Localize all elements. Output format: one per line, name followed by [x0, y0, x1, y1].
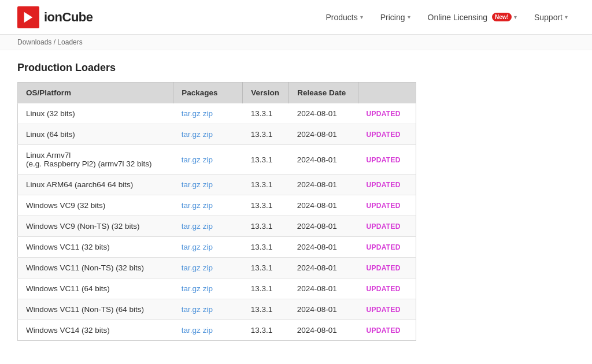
col-header-date: Release Date	[289, 83, 358, 103]
status-badge: UPDATED	[367, 181, 401, 189]
cell-os: Windows VC9 (32 bits)	[18, 195, 173, 216]
col-header-packages: Packages	[173, 83, 243, 103]
pkg-targz-link[interactable]: tar.gz	[182, 130, 201, 139]
cell-version: 13.3.1	[243, 145, 289, 174]
cell-status: UPDATED	[358, 299, 416, 320]
cell-version: 13.3.1	[243, 174, 289, 195]
pkg-zip-link[interactable]: zip	[203, 130, 213, 139]
cell-version: 13.3.1	[243, 216, 289, 237]
pkg-targz-link[interactable]: tar.gz	[182, 109, 201, 118]
status-badge: UPDATED	[367, 243, 401, 251]
cell-packages: tar.gzzip	[173, 195, 243, 216]
pkg-targz-link[interactable]: tar.gz	[182, 201, 201, 210]
cell-os: Windows VC11 (Non-TS) (32 bits)	[18, 258, 173, 278]
cell-status: UPDATED	[358, 174, 416, 195]
pkg-targz-link[interactable]: tar.gz	[182, 243, 201, 251]
nav-support-label: Support	[534, 13, 563, 22]
cell-os: Windows VC11 (32 bits)	[18, 237, 173, 258]
pkg-zip-link[interactable]: zip	[203, 243, 213, 251]
nav-pricing[interactable]: Pricing ▾	[373, 8, 417, 27]
pkg-zip-link[interactable]: zip	[203, 109, 213, 118]
cell-os: Linux (64 bits)	[18, 124, 173, 145]
cell-status: UPDATED	[358, 237, 416, 258]
cell-version: 13.3.1	[243, 195, 289, 216]
cell-version: 13.3.1	[243, 278, 289, 299]
cell-os: Linux Armv7l (e.g. Raspberry Pi2) (armv7…	[18, 145, 173, 174]
pkg-targz-link[interactable]: tar.gz	[182, 305, 201, 314]
nav-products[interactable]: Products ▾	[319, 8, 369, 27]
chevron-down-icon: ▾	[514, 14, 517, 20]
table-row: Windows VC11 (Non-TS) (64 bits)tar.gzzip…	[18, 299, 416, 320]
cell-version: 13.3.1	[243, 237, 289, 258]
status-badge: UPDATED	[367, 285, 401, 293]
pkg-zip-link[interactable]: zip	[203, 326, 213, 335]
cell-os: Windows VC9 (Non-TS) (32 bits)	[18, 216, 173, 237]
col-header-os: OS/Platform	[18, 83, 173, 103]
cell-date: 2024-08-01	[289, 216, 358, 237]
status-badge: UPDATED	[367, 156, 401, 164]
status-badge: UPDATED	[367, 264, 401, 272]
cell-packages: tar.gzzip	[173, 103, 243, 124]
pkg-zip-link[interactable]: zip	[203, 263, 213, 272]
pkg-zip-link[interactable]: zip	[203, 201, 213, 210]
pkg-targz-link[interactable]: tar.gz	[182, 222, 201, 231]
cell-packages: tar.gzzip	[173, 299, 243, 320]
cell-date: 2024-08-01	[289, 278, 358, 299]
main-nav: Products ▾ Pricing ▾ Online Licensing Ne…	[319, 8, 575, 27]
logo-icon	[17, 6, 39, 28]
cell-os: Windows VC11 (64 bits)	[18, 278, 173, 299]
cell-version: 13.3.1	[243, 258, 289, 278]
breadcrumb: Downloads / Loaders	[0, 35, 592, 50]
pkg-targz-link[interactable]: tar.gz	[182, 263, 201, 272]
pkg-targz-link[interactable]: tar.gz	[182, 155, 201, 164]
cell-date: 2024-08-01	[289, 320, 358, 341]
pkg-targz-link[interactable]: tar.gz	[182, 284, 201, 293]
cell-date: 2024-08-01	[289, 299, 358, 320]
nav-pricing-label: Pricing	[380, 13, 405, 22]
nav-online-licensing[interactable]: Online Licensing New! ▾	[421, 8, 524, 27]
pkg-zip-link[interactable]: zip	[203, 305, 213, 314]
cell-os: Windows VC14 (32 bits)	[18, 320, 173, 341]
nav-support[interactable]: Support ▾	[527, 8, 575, 27]
pkg-zip-link[interactable]: zip	[203, 284, 213, 293]
cell-packages: tar.gzzip	[173, 124, 243, 145]
cell-packages: tar.gzzip	[173, 320, 243, 341]
cell-status: UPDATED	[358, 145, 416, 174]
logo[interactable]: ionCube	[17, 6, 93, 28]
main-content: Production Loaders OS/Platform Packages …	[0, 50, 592, 352]
table-row: Windows VC9 (32 bits)tar.gzzip13.3.12024…	[18, 195, 416, 216]
status-badge: UPDATED	[367, 326, 401, 335]
cell-os: Linux ARM64 (aarch64 64 bits)	[18, 174, 173, 195]
cell-os: Linux (32 bits)	[18, 103, 173, 124]
cell-status: UPDATED	[358, 278, 416, 299]
pkg-targz-link[interactable]: tar.gz	[182, 180, 201, 189]
chevron-down-icon: ▾	[408, 14, 410, 20]
col-header-status	[358, 83, 416, 103]
cell-version: 13.3.1	[243, 299, 289, 320]
loaders-table: OS/Platform Packages Version Release Dat…	[17, 82, 416, 341]
chevron-down-icon: ▾	[565, 14, 568, 20]
breadcrumb-text: Downloads / Loaders	[17, 38, 83, 46]
cell-packages: tar.gzzip	[173, 258, 243, 278]
table-row: Linux (32 bits)tar.gzzip13.3.12024-08-01…	[18, 103, 416, 124]
cell-date: 2024-08-01	[289, 124, 358, 145]
table-row: Linux (64 bits)tar.gzzip13.3.12024-08-01…	[18, 124, 416, 145]
new-badge: New!	[492, 13, 512, 21]
table-row: Windows VC11 (32 bits)tar.gzzip13.3.1202…	[18, 237, 416, 258]
cell-packages: tar.gzzip	[173, 216, 243, 237]
cell-date: 2024-08-01	[289, 237, 358, 258]
cell-date: 2024-08-01	[289, 174, 358, 195]
pkg-zip-link[interactable]: zip	[203, 155, 213, 164]
cell-version: 13.3.1	[243, 124, 289, 145]
logo-text: ionCube	[44, 10, 93, 25]
table-row: Windows VC11 (Non-TS) (32 bits)tar.gzzip…	[18, 258, 416, 278]
pkg-zip-link[interactable]: zip	[203, 180, 213, 189]
status-badge: UPDATED	[367, 131, 401, 139]
pkg-zip-link[interactable]: zip	[203, 222, 213, 231]
cell-date: 2024-08-01	[289, 195, 358, 216]
status-badge: UPDATED	[367, 222, 401, 231]
table-row: Linux Armv7l (e.g. Raspberry Pi2) (armv7…	[18, 145, 416, 174]
table-header-row: OS/Platform Packages Version Release Dat…	[18, 83, 416, 103]
pkg-targz-link[interactable]: tar.gz	[182, 326, 201, 335]
nav-licensing-label: Online Licensing	[428, 13, 488, 22]
